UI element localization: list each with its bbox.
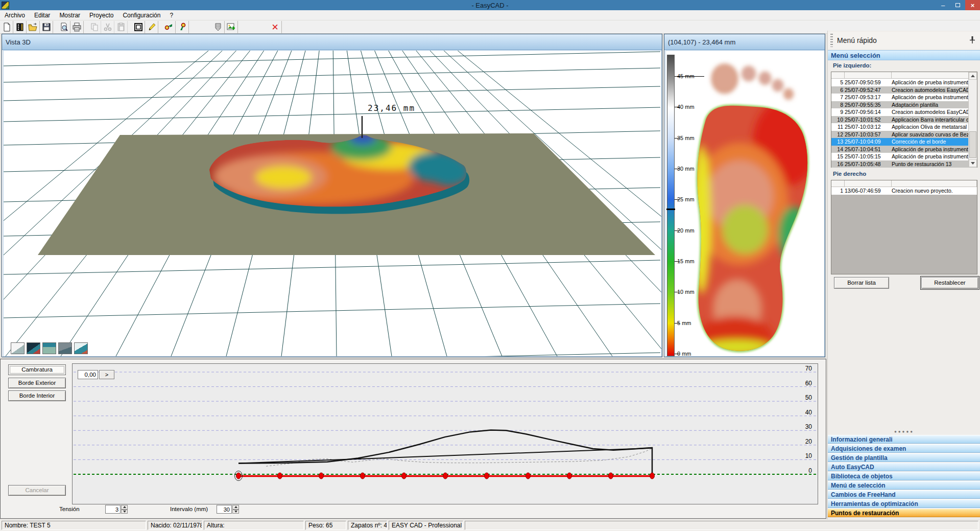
scroll-thumb[interactable] xyxy=(969,131,976,158)
nav-grip-dots[interactable]: ●●●●● xyxy=(828,429,980,434)
history-row[interactable]: 1025/07-10:01:52Applicacion Barra intera… xyxy=(831,116,977,124)
tension-spinner[interactable] xyxy=(121,505,128,514)
view-thumbnail-3[interactable] xyxy=(42,342,56,354)
control-point[interactable] xyxy=(443,473,448,479)
open-folder-icon[interactable] xyxy=(27,21,40,33)
key-tool-right-icon[interactable] xyxy=(176,21,189,33)
copy-icon[interactable] xyxy=(88,21,101,33)
right-foot-history-list[interactable]: 113/06-07:46:59Creacion nuevo proyecto. xyxy=(831,180,977,274)
maximize-icon xyxy=(955,3,960,7)
interval-value[interactable]: 30 xyxy=(217,505,232,514)
history-row[interactable]: 525/07-09:50:59Aplicación de prueba inst… xyxy=(831,79,977,86)
title-bar: - EasyCAD - – × xyxy=(0,0,980,10)
print-icon[interactable] xyxy=(70,21,84,33)
window-frame-icon[interactable] xyxy=(132,21,145,33)
view-thumbnail-1[interactable] xyxy=(11,342,25,354)
scroll-down-arrow[interactable] xyxy=(969,159,977,167)
vista-3d-title: Vista 3D xyxy=(6,38,31,46)
foot-map-viewport[interactable]: 45 mm40 mm35 mm30 mm25 mm20 mm15 mm10 mm… xyxy=(665,50,825,357)
print-preview-icon[interactable] xyxy=(57,21,70,33)
close-project-icon[interactable]: ✕ xyxy=(269,21,282,33)
svg-text:30: 30 xyxy=(805,423,812,430)
control-point[interactable] xyxy=(567,473,572,479)
sidebar-nav-men-de-selecci-n[interactable]: Menú de selección xyxy=(828,481,980,490)
history-row[interactable]: 925/07-09:56:14Creacion automodelos Easy… xyxy=(831,108,977,116)
draw-pencil-icon[interactable] xyxy=(145,21,158,33)
history-row[interactable]: 1125/07-10:03:12Applicacion Oliva de met… xyxy=(831,123,977,131)
maximize-button[interactable] xyxy=(950,0,965,10)
control-point[interactable] xyxy=(278,473,282,479)
cancel-button[interactable]: Cancelar xyxy=(8,485,66,496)
left-foot-history-list[interactable]: 525/07-09:50:59Aplicación de prueba inst… xyxy=(831,72,977,168)
height-value-field[interactable]: 0,00 xyxy=(78,370,98,379)
sidebar-nav-herramientas-de-optimizaci-n[interactable]: Herramientas de optimización xyxy=(828,499,980,508)
vista-3d-viewport[interactable]: 23,46 mm xyxy=(3,50,662,357)
scroll-up-arrow[interactable] xyxy=(969,72,977,80)
hatch-fill-icon[interactable] xyxy=(211,21,225,33)
sidebar-nav-cambios-de-freehand[interactable]: Cambios de FreeHand xyxy=(828,490,980,499)
history-row[interactable]: 825/07-09:55:35Adaptación plantilla xyxy=(831,101,977,109)
key-tool-left-icon[interactable] xyxy=(162,21,176,33)
history-row[interactable]: 1525/07-10:05:15Aplicación de prueba ins… xyxy=(831,153,977,160)
view-thumbnail-2[interactable] xyxy=(27,342,40,354)
measurement-label: 23,46 mm xyxy=(368,103,415,113)
list-scrollbar[interactable] xyxy=(968,72,977,167)
project-archive-icon[interactable] xyxy=(13,21,27,33)
scale-label: 20 mm xyxy=(677,227,704,234)
menu-item-editar[interactable]: Editar xyxy=(30,11,55,20)
menu-item-configuracin[interactable]: Configuración xyxy=(118,11,165,20)
control-point[interactable] xyxy=(485,473,489,479)
tension-value[interactable]: 3 xyxy=(105,505,121,514)
menu-item-?[interactable]: ? xyxy=(165,11,178,20)
sidebar-nav-biblioteca-de-objetos[interactable]: Biblioteca de objetos xyxy=(828,472,980,480)
profile-graph[interactable]: 706050403020100 0,00 > xyxy=(72,363,818,504)
interval-down[interactable] xyxy=(232,510,239,514)
sidebar-nav-auto-easycad[interactable]: Auto EasyCAD xyxy=(828,463,980,471)
sidebar-nav-informazioni-generali[interactable]: Informazioni generali xyxy=(828,435,980,444)
history-row[interactable]: 1325/07-10:04:09Corrección de el borde xyxy=(831,138,977,146)
menu-item-mostrar[interactable]: Mostrar xyxy=(55,11,85,20)
view-thumbnail-4[interactable] xyxy=(58,342,72,354)
menu-item-archivo[interactable]: Archivo xyxy=(0,11,30,20)
save-icon[interactable] xyxy=(40,21,53,33)
sidebar-nav-gesti-n-de-plantilla[interactable]: Gestión de plantilla xyxy=(828,453,980,462)
control-point[interactable] xyxy=(361,473,365,479)
cambratura-button[interactable]: Cambratura xyxy=(8,364,66,375)
apply-value-button[interactable]: > xyxy=(99,370,114,379)
scale-label: 25 mm xyxy=(677,196,704,202)
history-row[interactable]: 725/07-09:53:17Aplicación de prueba inst… xyxy=(831,94,977,101)
drag-grip[interactable] xyxy=(830,34,833,47)
close-button[interactable]: × xyxy=(965,0,980,10)
history-row[interactable]: 113/06-07:46:59Creacion nuevo proyecto. xyxy=(831,187,977,195)
interval-spinner[interactable] xyxy=(232,505,239,514)
history-row[interactable]: 1225/07-10:03:57Aplicar suavizado curvas… xyxy=(831,131,977,138)
pin-icon[interactable] xyxy=(968,36,976,44)
interval-up[interactable] xyxy=(232,505,239,510)
control-point[interactable] xyxy=(319,473,324,479)
menu-item-proyecto[interactable]: Proyecto xyxy=(85,11,118,20)
control-point[interactable] xyxy=(609,473,613,479)
paste-icon[interactable] xyxy=(114,21,128,33)
history-row[interactable]: 625/07-09:52:47Creacion automodelos Easy… xyxy=(831,86,977,94)
control-point[interactable] xyxy=(236,473,241,479)
new-document-icon[interactable] xyxy=(0,21,13,33)
sidebar-nav-puntos-de-restauraci-n[interactable]: Puntos de restauración xyxy=(828,509,980,517)
minimize-button[interactable]: – xyxy=(936,0,950,10)
scale-label: 5 mm xyxy=(677,320,704,326)
history-row[interactable]: 1625/07-10:05:48Punto de restauración 13 xyxy=(831,160,977,168)
borde-exterior-button[interactable]: Borde Exterior xyxy=(8,378,66,388)
clear-list-button[interactable]: Borrar lista xyxy=(834,277,889,289)
restore-button[interactable]: Restablecer xyxy=(921,277,978,289)
control-point[interactable] xyxy=(526,473,531,479)
control-point[interactable] xyxy=(650,473,655,479)
export-image-icon[interactable] xyxy=(225,21,238,33)
sidebar-nav-adquisiciones-de-examen[interactable]: Adquisiciones de examen xyxy=(828,444,980,453)
view-thumbnail-5[interactable] xyxy=(74,342,88,354)
control-point[interactable] xyxy=(402,473,407,479)
tension-down[interactable] xyxy=(121,510,128,514)
borde-interior-button[interactable]: Borde Interior xyxy=(8,390,66,401)
history-row[interactable]: 1425/07-10:04:51Aplicación de prueba ins… xyxy=(831,146,977,153)
tension-up[interactable] xyxy=(121,505,128,510)
cut-icon[interactable] xyxy=(101,21,114,33)
svg-text:40: 40 xyxy=(805,409,812,416)
